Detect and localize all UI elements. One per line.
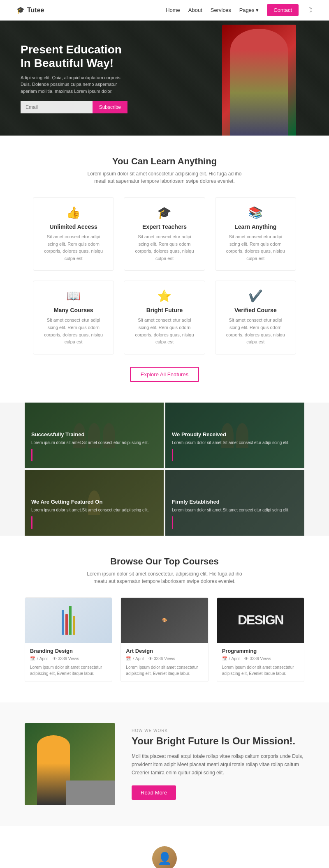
hero-form: Subscribe xyxy=(21,101,127,113)
course-meta-2: 📅 7 April 👁 3336 Views xyxy=(222,656,299,661)
logo-text: Tutee xyxy=(27,7,44,14)
course-desc-0: Lorem ipsum dolor sit amet consectetur a… xyxy=(30,664,107,677)
features-subtitle: Lorem ipsum dolor sit amet consectetur a… xyxy=(82,170,247,185)
explore-button[interactable]: Explore All Features xyxy=(130,367,199,382)
hero-title: Present Education In Beautiful Way! xyxy=(21,43,127,70)
courses-subtitle: Lorem ipsum dolor sit amet consectetur, … xyxy=(82,570,247,585)
course-views-2: 👁 3336 Views xyxy=(244,656,271,661)
stat-bar-3 xyxy=(172,516,173,529)
logo[interactable]: 🎓 Tutee xyxy=(16,6,44,14)
pencil-1 xyxy=(62,610,64,635)
feature-title-4: Bright Future xyxy=(132,307,196,313)
course-body-2: Programming 📅 7 April 👁 3336 Views Lorem… xyxy=(217,643,304,682)
features-title: You Can Learn Anything xyxy=(33,156,296,167)
contact-button[interactable]: Contact xyxy=(267,4,299,16)
course-card-2[interactable]: DESIGN Programming 📅 7 April 👁 3336 View… xyxy=(217,597,304,682)
stat-desc-0: Lorem ipsum dolor sit amet.Sit amet cons… xyxy=(31,440,157,446)
feature-icon-0: 👍 xyxy=(42,206,105,219)
stat-content-1: We Proudly Received Lorem ipsum dolor si… xyxy=(165,426,304,468)
feature-icon-2: 📚 xyxy=(224,206,287,219)
course-desc-1: Lorem ipsum dolor sit amet consectetur a… xyxy=(126,664,203,677)
feature-card-4: ⭐ Bright Future Sit amet consect etur ad… xyxy=(124,281,205,354)
stat-card-2[interactable]: We Are Getting Featured On Lorem ipsum d… xyxy=(25,470,164,536)
stat-title-0: Successfully Trained xyxy=(31,431,157,437)
features-grid: 👍 Unlimited Access Sit amet consect etur… xyxy=(33,197,296,355)
pencil-3 xyxy=(69,606,72,635)
stat-desc-2: Lorem ipsum dolor sit amet.Sit amet cons… xyxy=(31,507,157,513)
hero-image xyxy=(222,25,296,136)
mission-section: HOW WE WORK Your Bright Future Is Our Mi… xyxy=(0,702,329,826)
feature-icon-1: 🎓 xyxy=(132,206,196,219)
feature-title-1: Expert Teachers xyxy=(132,223,196,230)
course-image-2: DESIGN xyxy=(217,598,304,643)
feature-card-2: 📚 Learn Anything Sit amet consect etur a… xyxy=(215,197,296,271)
stat-content-0: Successfully Trained Lorem ipsum dolor s… xyxy=(25,426,164,468)
feature-card-0: 👍 Unlimited Access Sit amet consect etur… xyxy=(33,197,114,271)
hero-section: Present Education In Beautiful Way! Adip… xyxy=(0,21,329,136)
course-date-2: 📅 7 April xyxy=(222,656,240,661)
read-more-button[interactable]: Read More xyxy=(132,785,176,800)
nav-home[interactable]: Home xyxy=(166,7,180,13)
pencils-visual xyxy=(62,606,75,635)
stat-content-3: Firmly Established Lorem ipsum dolor sit… xyxy=(165,493,304,536)
course-desc-2: Lorem ipsum dolor sit amet consectetur a… xyxy=(222,664,299,677)
pencil-4 xyxy=(73,616,75,635)
feature-desc-0: Sit amet consect etur adipi scing elit. … xyxy=(42,233,105,262)
courses-title: Browse Our Top Courses xyxy=(25,556,304,567)
subscribe-button[interactable]: Subscribe xyxy=(93,101,127,113)
feature-icon-4: ⭐ xyxy=(132,289,196,303)
feature-desc-1: Sit amet consect etur adipi scing elit. … xyxy=(132,233,196,262)
feature-icon-3: 📖 xyxy=(42,289,105,303)
navbar: 🎓 Tutee Home About Services Pages ▾ Cont… xyxy=(0,0,329,21)
feature-title-0: Unlimited Access xyxy=(42,223,105,230)
stat-title-1: We Proudly Received xyxy=(172,431,298,437)
testimonial-section: 👤 Limitless learning Consectetur adipisc… xyxy=(0,826,329,868)
feature-desc-5: Sit amet consect etur adipi scing elit. … xyxy=(224,317,287,345)
nav-services[interactable]: Services xyxy=(211,7,231,13)
course-card-0[interactable]: Branding Design 📅 7 April 👁 3336 Views L… xyxy=(25,597,112,682)
course-views-0: 👁 3336 Views xyxy=(53,656,79,661)
stat-title-3: Firmly Established xyxy=(172,499,298,505)
feature-desc-2: Sit amet consect etur adipi scing elit. … xyxy=(224,233,287,262)
stat-card-1[interactable]: We Proudly Received Lorem ipsum dolor si… xyxy=(165,403,304,468)
feature-icon-5: ✔️ xyxy=(224,289,287,303)
course-image-0 xyxy=(25,598,112,643)
stat-bar-0 xyxy=(31,449,32,461)
mission-title: Your Bright Future Is Our Mission!. xyxy=(132,735,304,747)
course-date-0: 📅 7 April xyxy=(30,656,48,661)
mission-image xyxy=(25,723,115,805)
course-img-placeholder-1: 🎨 xyxy=(162,618,167,622)
course-image-1: 🎨 xyxy=(121,598,208,643)
stat-card-0[interactable]: Successfully Trained Lorem ipsum dolor s… xyxy=(25,403,164,468)
course-title-2: Programming xyxy=(222,648,299,654)
mission-description: Moll tita placeat meatl atqui totale rol… xyxy=(132,752,304,777)
mission-person xyxy=(37,735,70,805)
stat-bar-2 xyxy=(31,516,32,529)
mission-desk xyxy=(66,781,115,805)
testimonial-avatar: 👤 xyxy=(152,846,177,868)
pencil-2 xyxy=(65,614,68,635)
feature-card-3: 📖 Many Courses Sit amet consect etur adi… xyxy=(33,281,114,354)
feature-title-3: Many Courses xyxy=(42,307,105,313)
course-card-1[interactable]: 🎨 Art Design 📅 7 April 👁 3336 Views Lore… xyxy=(120,597,208,682)
logo-icon: 🎓 xyxy=(16,6,25,14)
course-title-1: Art Design xyxy=(126,648,203,654)
design-text: DESIGN xyxy=(238,612,283,628)
stat-desc-1: Lorem ipsum dolor sit amet.Sit amet cons… xyxy=(172,440,298,446)
nav-about[interactable]: About xyxy=(188,7,202,13)
course-meta-1: 📅 7 April 👁 3336 Views xyxy=(126,656,203,661)
feature-desc-3: Sit amet consect etur adipi scing elit. … xyxy=(42,317,105,345)
hero-content: Present Education In Beautiful Way! Adip… xyxy=(0,26,148,130)
feature-card-1: 🎓 Expert Teachers Sit amet consect etur … xyxy=(124,197,205,271)
person-silhouette xyxy=(230,29,288,136)
theme-toggle-icon[interactable]: ☽ xyxy=(307,6,313,14)
email-input[interactable] xyxy=(21,101,93,113)
nav-links: Home About Services Pages ▾ Contact ☽ xyxy=(166,4,313,16)
feature-desc-4: Sit amet consect etur adipi scing elit. … xyxy=(132,317,196,345)
nav-pages[interactable]: Pages ▾ xyxy=(239,7,259,13)
features-section: You Can Learn Anything Lorem ipsum dolor… xyxy=(0,136,329,403)
stats-grid: Successfully Trained Lorem ipsum dolor s… xyxy=(25,403,304,536)
feature-title-2: Learn Anything xyxy=(224,223,287,230)
course-views-1: 👁 3336 Views xyxy=(148,656,175,661)
stat-card-3[interactable]: Firmly Established Lorem ipsum dolor sit… xyxy=(165,470,304,536)
